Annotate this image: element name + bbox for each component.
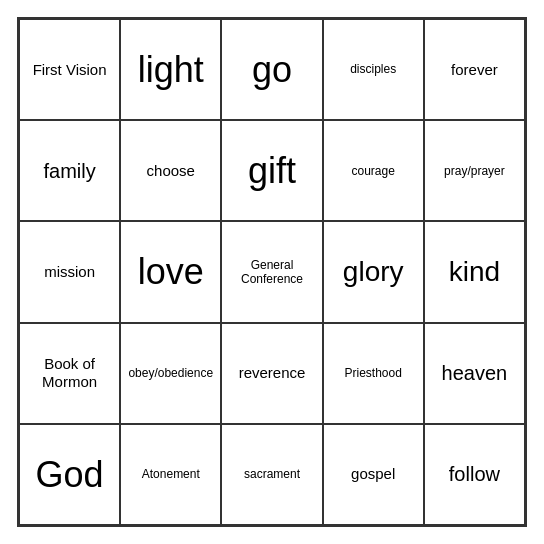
cell-r3c2: reverence bbox=[221, 323, 322, 424]
bingo-board: First Visionlightgodisciplesforeverfamil… bbox=[17, 17, 527, 527]
cell-r0c0: First Vision bbox=[19, 19, 120, 120]
cell-r4c0: God bbox=[19, 424, 120, 525]
cell-r2c0: mission bbox=[19, 221, 120, 322]
cell-r2c1: love bbox=[120, 221, 221, 322]
cell-r3c4: heaven bbox=[424, 323, 525, 424]
cell-r0c1: light bbox=[120, 19, 221, 120]
cell-r4c4: follow bbox=[424, 424, 525, 525]
cell-r1c4: pray/prayer bbox=[424, 120, 525, 221]
cell-r1c0: family bbox=[19, 120, 120, 221]
cell-r1c1: choose bbox=[120, 120, 221, 221]
cell-r4c2: sacrament bbox=[221, 424, 322, 525]
cell-r3c3: Priesthood bbox=[323, 323, 424, 424]
cell-r1c3: courage bbox=[323, 120, 424, 221]
cell-r3c1: obey/obedience bbox=[120, 323, 221, 424]
cell-r2c4: kind bbox=[424, 221, 525, 322]
cell-r1c2: gift bbox=[221, 120, 322, 221]
cell-r0c2: go bbox=[221, 19, 322, 120]
cell-r4c1: Atonement bbox=[120, 424, 221, 525]
cell-r0c4: forever bbox=[424, 19, 525, 120]
cell-r2c2: General Conference bbox=[221, 221, 322, 322]
cell-r2c3: glory bbox=[323, 221, 424, 322]
cell-r4c3: gospel bbox=[323, 424, 424, 525]
cell-r3c0: Book of Mormon bbox=[19, 323, 120, 424]
cell-r0c3: disciples bbox=[323, 19, 424, 120]
